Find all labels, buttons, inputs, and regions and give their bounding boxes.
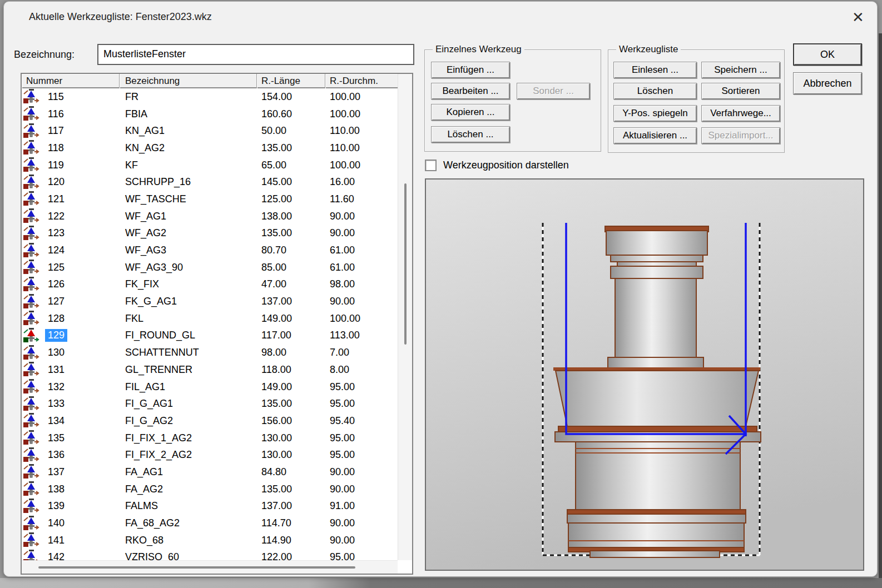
- sortieren-button[interactable]: Sortieren: [701, 83, 780, 99]
- einfuegen-button[interactable]: Einfügen ...: [431, 62, 510, 78]
- verfahrwege-button[interactable]: Verfahrwege...: [701, 105, 780, 122]
- cell-durchm: 90.00: [325, 517, 398, 529]
- tool-icon: [23, 175, 39, 190]
- ok-button[interactable]: OK: [793, 43, 862, 66]
- table-row[interactable]: 134FI_G_AG2156.0095.40: [22, 412, 398, 430]
- cell-nummer: 124: [22, 243, 120, 258]
- tool-number: 137: [45, 466, 67, 479]
- tool-number: 115: [45, 91, 67, 103]
- tool-icon: [23, 430, 39, 446]
- tool-number: 128: [45, 312, 67, 325]
- ypos-spiegeln-button[interactable]: Y-Pos. spiegeln: [613, 105, 697, 122]
- column-header-bezeichnung[interactable]: Bezeichnung: [120, 74, 257, 88]
- kopieren-button[interactable]: Kopieren ...: [431, 104, 510, 121]
- loeschen-liste-button[interactable]: Löschen: [613, 83, 697, 99]
- table-row[interactable]: 124WF_AG380.7061.00: [22, 242, 398, 259]
- cell-bezeichnung: WF_AG2: [120, 227, 257, 239]
- tool-preview-drawing: [426, 180, 863, 570]
- table-row[interactable]: 136FI_FIX_2_AG2130.0095.00: [22, 446, 398, 464]
- table-row[interactable]: 140FA_68_AG2114.7090.00: [22, 515, 398, 532]
- tool-icon: [23, 157, 39, 173]
- tool-icon: [23, 447, 39, 463]
- tool-number: 142: [45, 551, 67, 560]
- table-row[interactable]: 138FA_AG2135.0090.00: [22, 481, 398, 498]
- tool-number: 127: [45, 295, 67, 308]
- cell-bezeichnung: FI_FIX_2_AG2: [120, 449, 257, 461]
- cell-nummer: 141: [22, 532, 120, 548]
- cell-bezeichnung: FI_FIX_1_AG2: [120, 432, 257, 444]
- table-row[interactable]: 115FR154.00100.00: [22, 88, 398, 106]
- cell-laenge: 149.00: [257, 381, 325, 393]
- table-row[interactable]: 125WF_AG3_9085.0061.00: [22, 259, 398, 276]
- cell-nummer: 123: [22, 226, 120, 241]
- cell-laenge: 135.00: [257, 484, 325, 495]
- table-row[interactable]: 122WF_AG1138.0090.00: [22, 208, 398, 225]
- table-row[interactable]: 130SCHATTENNUT98.007.00: [22, 344, 398, 361]
- table-row[interactable]: 135FI_FIX_1_AG2130.0095.00: [22, 430, 398, 447]
- close-icon[interactable]: ✕: [846, 6, 870, 28]
- bearbeiten-button[interactable]: Bearbeiten ...: [431, 83, 510, 99]
- cell-nummer: 127: [22, 294, 120, 310]
- table-row[interactable]: 119KF65.00100.00: [22, 157, 398, 174]
- table-row[interactable]: 121WF_TASCHE125.0011.60: [22, 191, 398, 208]
- table-row[interactable]: 129FI_ROUND_GL117.00113.00: [22, 327, 398, 345]
- spezialimport-button: Spezialimport...: [701, 127, 780, 144]
- vertical-scrollbar[interactable]: [398, 74, 412, 560]
- table-row[interactable]: 132FIL_AG1149.0095.00: [22, 378, 398, 396]
- tool-number: 121: [45, 193, 67, 206]
- cell-durchm: 95.00: [325, 449, 398, 461]
- abbrechen-button[interactable]: Abbrechen: [793, 72, 862, 94]
- cell-durchm: 100.00: [325, 313, 398, 325]
- tool-number: 119: [45, 159, 67, 172]
- cell-laenge: 65.00: [257, 160, 325, 171]
- bezeichnung-input[interactable]: MusterlisteFenster: [97, 44, 414, 65]
- loeschen-werkzeug-button[interactable]: Löschen ...: [431, 126, 510, 143]
- table-row[interactable]: 137FA_AG184.8090.00: [22, 464, 398, 481]
- horizontal-scrollbar-thumb[interactable]: [38, 566, 355, 569]
- cell-nummer: 132: [22, 379, 120, 395]
- column-header-durchm[interactable]: R.-Durchm.: [325, 74, 398, 88]
- table-row[interactable]: 141RKO_68114.9090.00: [22, 532, 398, 549]
- table-row[interactable]: 128FKL149.00100.00: [22, 310, 398, 327]
- einlesen-button[interactable]: Einlesen ...: [613, 62, 697, 78]
- tool-icon: [23, 226, 39, 241]
- vertical-scrollbar-thumb[interactable]: [404, 183, 407, 345]
- cell-durchm: 90.00: [325, 227, 398, 239]
- cell-laenge: 130.00: [257, 449, 325, 461]
- table-row[interactable]: 118KN_AG2135.00110.00: [22, 139, 398, 157]
- aktualisieren-button[interactable]: Aktualisieren ...: [613, 127, 697, 144]
- tool-number: 122: [45, 210, 67, 223]
- table-row[interactable]: 117KN_AG150.00110.00: [22, 122, 398, 139]
- cell-laenge: 154.00: [257, 91, 325, 103]
- table-row[interactable]: 123WF_AG2135.0090.00: [22, 225, 398, 242]
- cell-bezeichnung: FK_FIX: [120, 278, 257, 290]
- horizontal-scrollbar[interactable]: [22, 560, 398, 574]
- tool-number: 138: [45, 483, 67, 496]
- table-row[interactable]: 127FK_G_AG1137.0090.00: [22, 293, 398, 310]
- werkzeugposition-checkbox[interactable]: [425, 160, 437, 171]
- cell-nummer: 117: [22, 123, 120, 139]
- table-row[interactable]: 126FK_FIX47.0098.00: [22, 276, 398, 293]
- table-row[interactable]: 116FBIA160.60100.00: [22, 106, 398, 123]
- table-row[interactable]: 142VZRISO_60122.0095.00: [22, 549, 398, 560]
- cell-durchm: 90.00: [325, 535, 398, 546]
- cell-bezeichnung: FA_68_AG2: [120, 517, 257, 529]
- tool-icon: [23, 123, 39, 139]
- cell-bezeichnung: WF_TASCHE: [120, 193, 257, 205]
- cell-laenge: 135.00: [257, 142, 325, 154]
- cell-laenge: 114.90: [257, 535, 325, 546]
- cell-laenge: 50.00: [257, 125, 325, 137]
- cell-bezeichnung: FR: [120, 91, 257, 103]
- cell-laenge: 47.00: [257, 278, 325, 290]
- column-header-nummer[interactable]: Nummer: [22, 74, 120, 88]
- table-row[interactable]: 120SCHRUPP_16145.0016.00: [22, 173, 398, 191]
- table-row[interactable]: 139FALMS137.0091.00: [22, 498, 398, 515]
- table-row[interactable]: 131GL_TRENNER118.008.00: [22, 361, 398, 378]
- cell-durchm: 90.00: [325, 296, 398, 307]
- column-header-laenge[interactable]: R.-Länge: [257, 74, 325, 88]
- cell-nummer: 122: [22, 208, 120, 224]
- tool-icon: [23, 106, 39, 122]
- speichern-button[interactable]: Speichern ...: [701, 62, 780, 78]
- cell-durchm: 113.00: [325, 330, 398, 341]
- table-row[interactable]: 133FI_G_AG1135.0095.00: [22, 395, 398, 412]
